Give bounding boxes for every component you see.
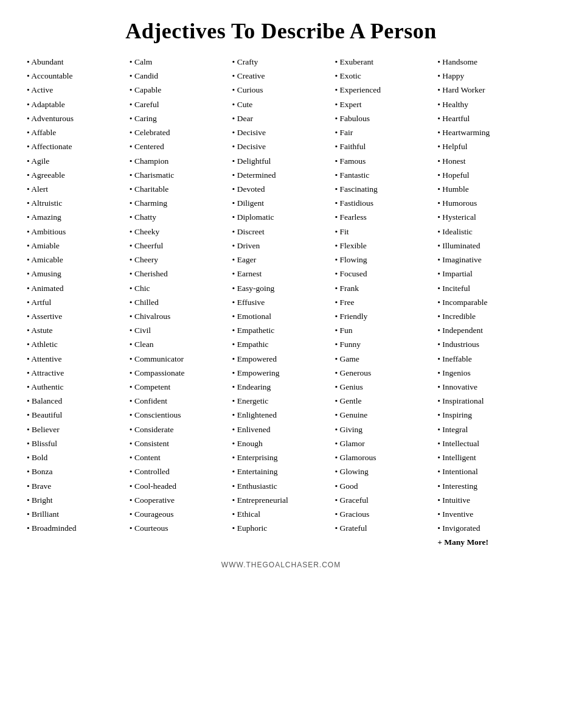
list-item: Generous	[335, 366, 432, 380]
list-item: Independent	[437, 323, 535, 337]
column-5: HandsomeHappyHard WorkerHealthyHeartfulH…	[435, 55, 538, 550]
list-item: Astute	[27, 323, 125, 337]
list-item: Brilliant	[27, 507, 125, 521]
list-item: Brave	[27, 479, 125, 493]
list-item: Famous	[335, 154, 432, 168]
list-item: Invigorated	[437, 521, 535, 535]
list-item: Euphoric	[232, 521, 330, 535]
list-item: Bold	[27, 450, 125, 464]
list-item: Intentional	[437, 464, 535, 478]
list-item: Cool-headed	[130, 479, 227, 493]
list-item: Idealistic	[437, 225, 535, 239]
list-item: Inventive	[437, 507, 535, 521]
list-item: Frank	[335, 281, 432, 295]
list-item: Earnest	[232, 267, 330, 281]
column-4: ExuberantExoticExperiencedExpertFabulous…	[332, 55, 435, 550]
list-item: Focused	[335, 267, 432, 281]
list-item: Amazing	[27, 210, 125, 224]
list-item: Intelligent	[437, 450, 535, 464]
list-item: Curious	[232, 83, 330, 97]
list-item: Enough	[232, 436, 330, 450]
list-item: Incomparable	[437, 295, 535, 309]
list-item: Compassionate	[130, 366, 227, 380]
list-item: Endearing	[232, 380, 330, 394]
list-item: Clean	[130, 337, 227, 351]
list-item: Charming	[130, 196, 227, 210]
more-label-wrapper: + Many More!	[437, 535, 535, 549]
list-item: Genius	[335, 380, 432, 394]
list-item: Beautiful	[27, 408, 125, 422]
list-item: Fantastic	[335, 168, 432, 182]
list-item: Affable	[27, 125, 125, 139]
list-item: Driven	[232, 239, 330, 253]
column-3: CraftyCreativeCuriousCuteDearDecisiveDec…	[230, 55, 333, 550]
list-item: Enterprising	[232, 450, 330, 464]
list-item: Enthusiastic	[232, 479, 330, 493]
list-item: Affectionate	[27, 139, 125, 153]
list-item: Diligent	[232, 196, 330, 210]
adjectives-columns: AbundantAccountableActiveAdaptableAdvent…	[24, 55, 538, 550]
list-item: Civil	[130, 323, 227, 337]
list-item: Happy	[437, 69, 535, 83]
list-item: Amusing	[27, 267, 125, 281]
list-item: Adaptable	[27, 97, 125, 111]
list-item: Hopeful	[437, 168, 535, 182]
list-item: Emotional	[232, 309, 330, 323]
list-item: Decisive	[232, 139, 330, 153]
list-item: Champion	[130, 154, 227, 168]
list-item: Helpful	[437, 139, 535, 153]
list-item: Fascinating	[335, 182, 432, 196]
list-item: Illuminated	[437, 239, 535, 253]
list-item: Artful	[27, 295, 125, 309]
list-item: Candid	[130, 69, 227, 83]
list-item: Cheery	[130, 253, 227, 267]
list-item: Blissful	[27, 436, 125, 450]
list-item: Eager	[232, 253, 330, 267]
list-item: Cute	[232, 97, 330, 111]
list-item: Authentic	[27, 380, 125, 394]
list-item: Creative	[232, 69, 330, 83]
list-item: Ineffable	[437, 352, 535, 366]
list-item: Diplomatic	[232, 210, 330, 224]
list-item: Calm	[130, 55, 227, 69]
list-item: Charitable	[130, 182, 227, 196]
list-item: Good	[335, 479, 432, 493]
list-item: Energetic	[232, 394, 330, 408]
list-item: Ambitious	[27, 225, 125, 239]
list-item: Abundant	[27, 55, 125, 69]
list-item: Courageous	[130, 507, 227, 521]
list-item: Gracious	[335, 507, 432, 521]
list-item: Enlivened	[232, 422, 330, 436]
list-item: Fabulous	[335, 111, 432, 125]
list-item: Chatty	[130, 210, 227, 224]
list-item: Empathic	[232, 337, 330, 351]
list-item: Enlightened	[232, 408, 330, 422]
list-item: Confident	[130, 394, 227, 408]
list-item: Industrious	[437, 337, 535, 351]
list-item: Graceful	[335, 493, 432, 507]
list-item: Caring	[130, 111, 227, 125]
list-item: Entrepreneurial	[232, 493, 330, 507]
list-item: Content	[130, 450, 227, 464]
list-item: Gentle	[335, 394, 432, 408]
list-item: Friendly	[335, 309, 432, 323]
list-item: Agile	[27, 154, 125, 168]
list-item: Empowered	[232, 352, 330, 366]
list-item: Exotic	[335, 69, 432, 83]
list-item: Amicable	[27, 253, 125, 267]
list-item: Entertaining	[232, 464, 330, 478]
list-item: Fit	[335, 225, 432, 239]
list-item: Cooperative	[130, 493, 227, 507]
list-item: Adventurous	[27, 111, 125, 125]
list-item: Glamor	[335, 436, 432, 450]
list-item: Flexible	[335, 239, 432, 253]
list-item: Ethical	[232, 507, 330, 521]
list-item: Cheerful	[130, 239, 227, 253]
list-item: Broadminded	[27, 521, 125, 535]
list-item: Communicator	[130, 352, 227, 366]
list-item: Honest	[437, 154, 535, 168]
list-item: Fastidious	[335, 196, 432, 210]
list-item: Conscientious	[130, 408, 227, 422]
list-item: Genuine	[335, 408, 432, 422]
footer-url: WWW.THEGOALCHASER.COM	[24, 561, 538, 569]
